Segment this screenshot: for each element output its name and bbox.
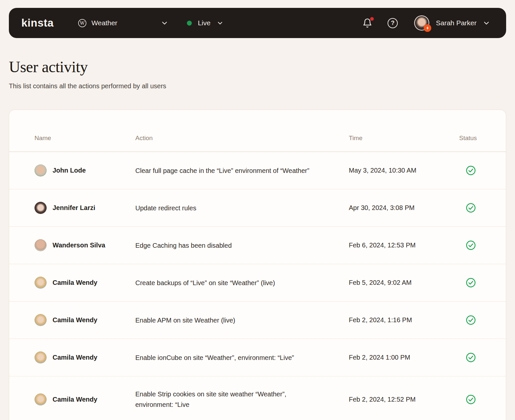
help-button[interactable]: ? xyxy=(388,18,398,28)
environment-selector-dropdown[interactable]: Live xyxy=(187,19,224,27)
live-status-dot-icon xyxy=(187,21,192,26)
table-row: Camila Wendy Enable ionCube on site “Wea… xyxy=(9,339,506,376)
column-header-action: Action xyxy=(135,135,349,142)
user-activity-card: Name Action Time Status John Lode Clear … xyxy=(9,110,506,420)
user-name: Camila Wendy xyxy=(53,396,97,403)
table-row: Camila Wendy Enable APM on site Weather … xyxy=(9,301,506,339)
table-row: Camila Wendy Create backups of “Live” on… xyxy=(9,264,506,301)
user-name: Sarah Parker xyxy=(436,19,477,27)
action-description: Enable Strip cookies on site site weathe… xyxy=(135,389,349,410)
success-check-icon xyxy=(466,165,476,176)
timestamp: Apr 30, 2024, 3:08 PM xyxy=(349,204,459,212)
user-name: Camila Wendy xyxy=(53,316,97,324)
timestamp: Feb 5, 2024, 9:02 AM xyxy=(349,279,459,286)
success-check-icon xyxy=(466,240,476,250)
avatar xyxy=(34,314,47,326)
table-row: John Lode Clear full page cache in the “… xyxy=(9,152,506,189)
success-check-icon xyxy=(466,278,476,288)
site-selector-dropdown[interactable]: W Weather xyxy=(78,19,168,28)
page-header: User activity This list contains all the… xyxy=(9,58,506,90)
avatar xyxy=(34,164,47,177)
column-header-time: Time xyxy=(349,135,459,142)
action-description: Enable APM on site Weather (live) xyxy=(135,315,349,326)
user-name: Camila Wendy xyxy=(53,279,97,286)
page-subtitle: This list contains all the actions perfo… xyxy=(9,82,506,90)
avatar xyxy=(34,277,47,289)
topbar-right-cluster: ? Sarah Parker xyxy=(362,15,490,31)
success-check-icon xyxy=(466,394,476,405)
column-header-status: Status xyxy=(459,135,493,142)
wordpress-icon: W xyxy=(78,19,87,28)
kinsta-logo: kinsta xyxy=(21,17,54,29)
avatar xyxy=(34,239,47,251)
notifications-button[interactable] xyxy=(362,18,372,28)
lightning-badge-icon xyxy=(424,24,431,32)
topbar: kinsta W Weather Live xyxy=(9,8,506,38)
environment-selector-label: Live xyxy=(198,19,211,27)
chevron-down-icon xyxy=(216,19,224,27)
chevron-down-icon xyxy=(482,19,490,27)
avatar xyxy=(34,393,47,406)
user-avatar xyxy=(414,15,429,31)
success-check-icon xyxy=(466,203,476,213)
user-name: Wanderson Silva xyxy=(53,242,105,249)
timestamp: May 3, 2024, 10:30 AM xyxy=(349,167,459,174)
notification-badge-dot xyxy=(370,17,374,21)
success-check-icon xyxy=(466,352,476,363)
user-menu[interactable]: Sarah Parker xyxy=(414,15,490,31)
action-description: Clear full page cache in the “Live” envi… xyxy=(135,165,349,176)
question-mark-icon: ? xyxy=(391,20,394,27)
table-row: Jennifer Larzi Update redirect rules Apr… xyxy=(9,189,506,226)
page-title: User activity xyxy=(9,58,506,76)
avatar xyxy=(34,351,47,364)
timestamp: Feb 6, 2024, 12:53 PM xyxy=(349,242,459,249)
avatar xyxy=(34,202,47,214)
action-description: Create backups of “Live” on site “Weathe… xyxy=(135,278,349,288)
table-row: Camila Wendy Enable Strip cookies on sit… xyxy=(9,376,506,420)
chevron-down-icon xyxy=(161,19,168,27)
success-check-icon xyxy=(466,315,476,325)
action-description: Enable ionCube on site “Weather”, enviro… xyxy=(135,352,349,363)
timestamp: Feb 2, 2024 1:00 PM xyxy=(349,354,459,361)
column-header-name: Name xyxy=(34,135,135,142)
timestamp: Feb 2, 2024, 1:16 PM xyxy=(349,316,459,324)
user-name: Jennifer Larzi xyxy=(53,204,95,212)
action-description: Edge Caching has been disabled xyxy=(135,240,349,251)
site-selector-label: Weather xyxy=(91,19,117,27)
svg-text:W: W xyxy=(80,20,85,26)
user-name: John Lode xyxy=(53,167,86,174)
timestamp: Feb 2, 2024, 12:52 PM xyxy=(349,396,459,403)
action-description: Update redirect rules xyxy=(135,203,349,213)
table-header-row: Name Action Time Status xyxy=(9,110,506,152)
user-name: Camila Wendy xyxy=(53,354,97,361)
table-row: Wanderson Silva Edge Caching has been di… xyxy=(9,226,506,264)
